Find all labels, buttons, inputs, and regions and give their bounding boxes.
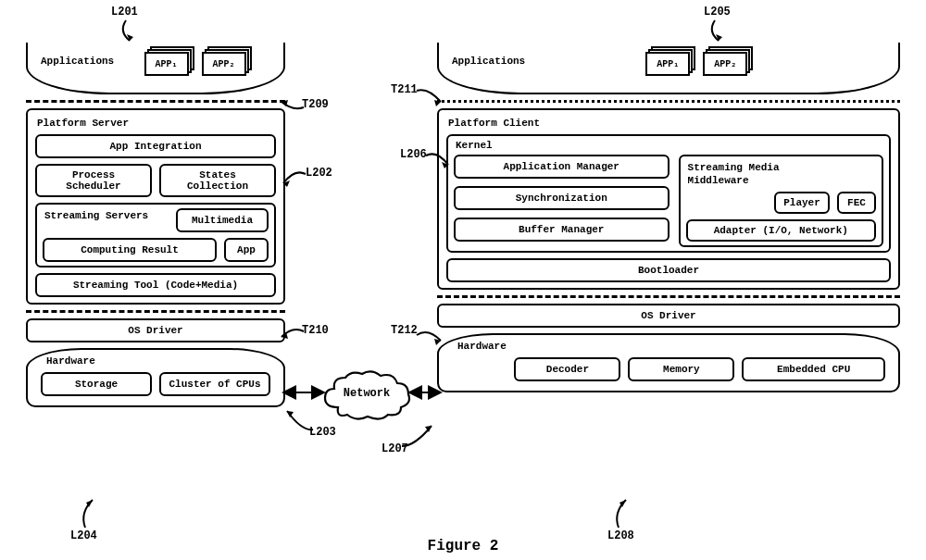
separator-t211: [437, 100, 900, 103]
states-collection-box: States Collection: [159, 164, 276, 197]
decoder-box: Decoder: [514, 357, 620, 381]
computing-result-box: Computing Result: [43, 238, 217, 262]
storage-box: Storage: [41, 372, 152, 396]
platform-client-panel: Platform Client Kernel Application Manag…: [437, 108, 900, 290]
server-stack: Applications APP₁ APP₂ Platform Server A…: [26, 43, 285, 407]
player-box: Player: [774, 192, 830, 214]
app-icons-right: APP₁ APP₂: [645, 46, 751, 76]
app-box: App: [224, 238, 269, 262]
app2-icon-right: APP₂: [703, 46, 751, 76]
client-stack: Applications APP₁ APP₂ Platform Client K…: [437, 43, 900, 392]
label-l202: L202: [306, 167, 332, 180]
adapter-box: Adapter (I/O, Network): [686, 219, 876, 242]
embedded-cpu-box: Embedded CPU: [742, 357, 885, 381]
app-icons-left: APP₁ APP₂: [144, 46, 250, 76]
arrow-l208: [611, 496, 639, 529]
label-l203: L203: [309, 426, 336, 439]
double-arrow-left: [285, 385, 322, 400]
separator-t212: [437, 295, 900, 298]
os-driver-right: OS Driver: [437, 304, 900, 328]
kernel-label: Kernel: [454, 140, 883, 155]
app1-icon-right: APP₁: [645, 46, 694, 76]
os-driver-left: OS Driver: [26, 318, 285, 342]
hardware-tray-right: Hardware Decoder Memory Embedded CPU: [437, 333, 900, 392]
bootloader-box: Bootloader: [446, 258, 891, 282]
label-t211: T211: [391, 83, 418, 96]
label-l201: L201: [111, 6, 138, 19]
double-arrow-right: [411, 385, 439, 400]
label-l205: L205: [704, 6, 731, 19]
middleware-box: Streaming Media Middleware Player FEC Ad…: [679, 155, 883, 247]
apps-tray-left: Applications APP₁ APP₂: [26, 43, 285, 94]
multimedia-box: Multimedia: [176, 208, 269, 232]
label-l206: L206: [400, 148, 427, 161]
apps-tray-right: Applications APP₁ APP₂: [437, 43, 900, 94]
label-t209: T209: [302, 98, 329, 111]
process-scheduler-box: Process Scheduler: [35, 164, 152, 197]
synchronization-box: Synchronization: [454, 186, 669, 210]
network-label: Network: [319, 387, 414, 400]
buffer-manager-box: Buffer Manager: [454, 218, 669, 242]
apps-label-right: Applications: [452, 46, 525, 67]
separator-t210: [26, 310, 285, 313]
kernel-box: Kernel Application Manager Synchronizati…: [446, 134, 891, 253]
separator-t209: [26, 100, 285, 103]
apps-label-left: Applications: [41, 46, 114, 67]
platform-client-title: Platform Client: [448, 118, 889, 129]
hardware-label-right: Hardware: [457, 341, 885, 352]
arrow-l204: [78, 496, 106, 529]
platform-server-title: Platform Server: [37, 118, 274, 129]
streaming-servers-box: Streaming Servers Multimedia Computing R…: [35, 203, 276, 268]
streaming-servers-label: Streaming Servers: [43, 208, 170, 221]
cluster-cpus-box: Cluster of CPUs: [159, 372, 270, 396]
middleware-title-l2: Middleware: [686, 173, 876, 186]
network-cloud: Network: [319, 367, 414, 424]
platform-server-panel: Platform Server App Integration Process …: [26, 108, 285, 305]
middleware-title-l1: Streaming Media: [686, 160, 876, 173]
label-t212: T212: [391, 324, 418, 337]
streaming-tool-box: Streaming Tool (Code+Media): [35, 273, 276, 297]
app2-icon-left: APP₂: [202, 46, 250, 76]
application-manager-box: Application Manager: [454, 155, 669, 179]
app1-icon-left: APP₁: [144, 46, 193, 76]
label-l207: L207: [382, 442, 408, 455]
hardware-label-left: Hardware: [46, 355, 270, 367]
app-integration-box: App Integration: [35, 134, 276, 158]
memory-box: Memory: [628, 357, 734, 381]
fec-box: FEC: [837, 192, 876, 214]
label-t210: T210: [302, 324, 329, 337]
hardware-tray-left: Hardware Storage Cluster of CPUs: [26, 348, 285, 407]
figure-title: Figure 2: [0, 538, 926, 554]
